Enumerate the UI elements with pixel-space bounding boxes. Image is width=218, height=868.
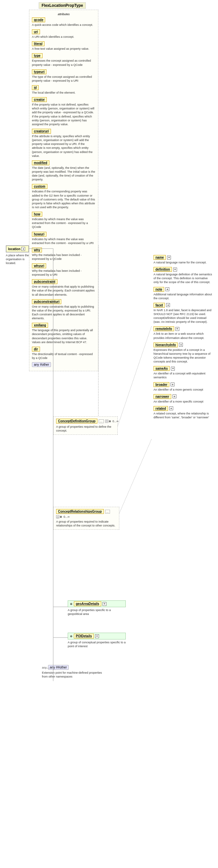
concept-relationships-group-label[interactable]: ConceptRelationshipsGroup: [56, 509, 104, 514]
attr-desc-modified: The date (and, optionally, the time) whe…: [32, 166, 96, 182]
attr-desc-custom: Indicates if the corresponding property …: [32, 189, 96, 209]
prop-broader-label[interactable]: broader: [153, 382, 169, 387]
location-label: location: [8, 247, 20, 251]
attr-name-literal[interactable]: literal: [32, 41, 44, 46]
prop-remoteinfo-label[interactable]: remoteInfo: [153, 327, 174, 331]
attr-desc-why: Why the metadata has been included - exp…: [32, 253, 96, 261]
any-other-prefix: any: [42, 666, 47, 669]
attr-name-creator[interactable]: creator: [32, 97, 47, 102]
attr-name-why[interactable]: why: [32, 248, 42, 252]
attr-desc-id: The local identifier of the element.: [32, 91, 96, 95]
attr-desc-type: Expresses the concept assigned as contro…: [32, 59, 96, 66]
prop-facet-label[interactable]: facet: [153, 303, 165, 308]
prop-hierarchyinfo-label[interactable]: hierarchyInfo: [153, 342, 178, 347]
attr-modified: modified The date (and, optionally, the …: [32, 160, 96, 182]
prop-hierarchyinfo: hierarchyInfo + Expresses the position o…: [153, 342, 213, 364]
attr-name-modified[interactable]: modified: [32, 160, 49, 165]
attr-name-how[interactable]: how: [32, 212, 42, 217]
prop-name-label[interactable]: name: [153, 255, 166, 260]
poi-expand[interactable]: +: [95, 634, 99, 638]
concept-definition-group-desc: A group of properties required to define…: [56, 425, 115, 433]
attr-name-howuri[interactable]: howuri: [32, 232, 46, 237]
prop-narrower-desc: An identifier of a more specific concept: [153, 400, 213, 403]
svg-line-2: [118, 326, 152, 426]
attr-whyuri: whyuri Why the metadata has been include…: [32, 264, 96, 277]
attr-name-pubconstrainturi[interactable]: pubconstrainturi: [32, 299, 61, 304]
attr-name-creatoruri[interactable]: creatoruri: [32, 129, 51, 134]
attr-name-type[interactable]: type: [32, 53, 43, 58]
poi-details-desc: A group of conceptual properties specifi…: [68, 641, 126, 648]
attr-name-any-other: any #other: [32, 362, 51, 367]
concept-definition-dots: ...: [99, 419, 104, 423]
attr-howuri: howuri Indicates by which means the valu…: [32, 232, 96, 245]
prop-narrower-expand[interactable]: +: [173, 395, 176, 398]
prop-narrower-label[interactable]: narrower: [153, 394, 171, 399]
prop-narrower: narrower + An identifier of a more speci…: [153, 394, 213, 403]
prop-related-label[interactable]: related: [153, 406, 168, 411]
attr-name-xmllang[interactable]: xmllang: [32, 323, 48, 328]
attr-name-pubconstraint[interactable]: pubconstraint: [32, 279, 58, 284]
geo-area-details-desc: A group of properties specific to a geop…: [68, 608, 126, 616]
attr-custom: custom Indicates if the corresponding pr…: [32, 184, 96, 209]
attr-pubconstraint: pubconstraint One or many constraints th…: [32, 279, 96, 296]
prop-name-desc: A natural language name for the concept.: [153, 260, 213, 265]
attr-desc-creatoruri: If the attribute is empty, specifies whi…: [32, 134, 96, 158]
attr-creatoruri: creatoruri If the attribute is empty, sp…: [32, 129, 96, 158]
prop-remoteinfo-expand[interactable]: +: [175, 327, 179, 331]
attr-desc-pubconstraint: One or many constraints that apply to pu…: [32, 285, 96, 296]
prop-related: related + A related concept, where the r…: [153, 406, 213, 419]
attr-id: id The local identifier of the element.: [32, 85, 96, 95]
concept-relationships-group-desc: A group of properties required to indica…: [56, 520, 116, 527]
prop-note-label[interactable]: note: [153, 287, 164, 292]
attr-name-dir[interactable]: dir: [32, 347, 40, 351]
prop-definition-expand[interactable]: +: [173, 268, 177, 272]
attr-literal: literal A free-text value assigned as pr…: [32, 41, 96, 51]
geo-area-details-label[interactable]: geoAreaDetails: [74, 601, 101, 606]
prop-sameas-expand[interactable]: +: [171, 367, 175, 371]
attr-name-whyuri[interactable]: whyuri: [32, 264, 46, 268]
attr-desc-qcode: A quick-access code which identifies a c…: [32, 23, 96, 27]
attr-how: how Indicates by which means the value w…: [32, 212, 96, 229]
prop-related-desc: A related concept, where the relationshi…: [153, 411, 213, 419]
attr-name-qcode[interactable]: qcode: [32, 18, 45, 22]
prop-sameas-desc: An identifier of a concept with equivale…: [153, 372, 213, 379]
attr-desc-howuri: Indicates by which means the value was e…: [32, 237, 96, 245]
attr-desc-literal: A free-text value assigned as property v…: [32, 47, 96, 51]
location-section: location + A place where the organisatio…: [6, 245, 29, 265]
attr-dir: dir The directionality of textual conten…: [32, 347, 96, 360]
concept-rel-diamond: ◇: [56, 515, 59, 519]
concept-relationships-group-container: ConceptRelationshipsGroup ... ◇ ⊕ 0...∞ …: [53, 507, 119, 530]
prop-name: name + A natural language name for the c…: [153, 255, 213, 265]
attr-why: why Why the metadata has been included -…: [32, 248, 96, 261]
prop-definition-label[interactable]: definition: [153, 267, 172, 272]
prop-facet-expand[interactable]: +: [166, 303, 170, 307]
location-expand-icon[interactable]: +: [21, 247, 25, 251]
geo-area-left-icon: ⊕: [70, 602, 73, 606]
prop-broader-desc: An identifier of a more generic concept: [153, 388, 213, 392]
geo-area-details-section: ⊕ geoAreaDetails + A group of properties…: [68, 600, 126, 616]
prop-note: note + Additional natural language infor…: [153, 287, 213, 300]
attr-creator: creator If the property value is not def…: [32, 97, 96, 126]
attr-name-uri[interactable]: uri: [32, 29, 40, 34]
attr-name-typeuri[interactable]: typeuri: [32, 69, 46, 74]
attr-typeuri: typeuri The type of the concept assigned…: [32, 69, 96, 83]
location-box[interactable]: location +: [6, 245, 29, 252]
prop-note-expand[interactable]: +: [166, 287, 169, 291]
concept-definition-group-label[interactable]: ConceptDefinitionGroup: [56, 418, 97, 424]
attr-type: type Expresses the concept assigned as c…: [32, 53, 96, 66]
prop-name-expand[interactable]: +: [167, 256, 171, 259]
attr-desc-how: Indicates by which means the value was e…: [32, 217, 96, 229]
prop-sameas-label[interactable]: sameAs: [153, 366, 170, 371]
attr-desc-uri: A URI which identifies a concept.: [32, 35, 96, 39]
prop-sameas: sameAs + An identifier of a concept with…: [153, 366, 213, 379]
svg-line-3: [119, 439, 152, 513]
attr-name-custom[interactable]: custom: [32, 184, 47, 189]
any-other-bottom-label: any ##other: [48, 665, 69, 670]
prop-hierarchyinfo-expand[interactable]: +: [179, 343, 183, 347]
attr-name-id[interactable]: id: [32, 85, 39, 90]
geo-area-expand[interactable]: +: [103, 602, 106, 606]
prop-hierarchyinfo-desc: Expresses the position of a concept in a…: [153, 348, 213, 364]
prop-broader-expand[interactable]: +: [171, 382, 175, 386]
poi-details-label[interactable]: POIDetails: [74, 634, 94, 639]
prop-related-expand[interactable]: +: [169, 406, 173, 410]
